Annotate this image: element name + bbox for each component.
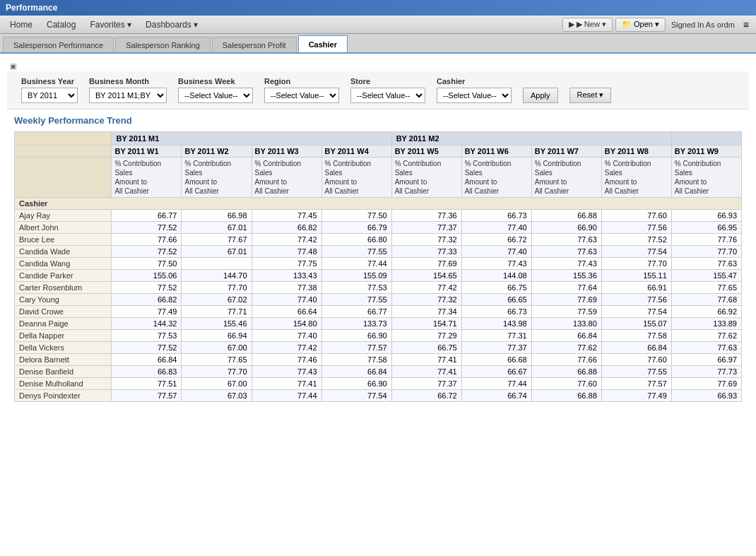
store-select[interactable]: --Select Value-- <box>350 88 425 103</box>
tab-cashier[interactable]: Cashier <box>298 35 348 52</box>
data-cell: 77.55 <box>601 366 671 378</box>
data-cell: 66.91 <box>601 282 671 294</box>
apply-button[interactable]: Apply <box>523 88 558 103</box>
collapse-icon[interactable]: ▣ <box>7 61 749 71</box>
data-cell: 77.33 <box>391 246 461 258</box>
table-row: Della Vickers77.5267.0077.4277.5766.7577… <box>15 342 742 354</box>
data-cell: 77.40 <box>252 330 321 342</box>
data-cell: 77.63 <box>671 258 741 270</box>
data-cell: 155.36 <box>531 270 601 282</box>
data-cell: 77.57 <box>321 342 391 354</box>
data-cell: 66.93 <box>671 210 741 222</box>
filter-region: Region --Select Value-- <box>264 77 339 103</box>
nav-catalog[interactable]: Catalog <box>40 18 83 32</box>
business-week-label: Business Week <box>178 77 253 85</box>
data-cell: 77.70 <box>182 366 252 378</box>
table-row: Denise Banfield66.8377.7077.4366.8477.41… <box>15 366 742 378</box>
tab-salesperson-profit[interactable]: Salesperson Profit <box>212 37 297 52</box>
data-cell: 66.82 <box>112 294 182 306</box>
tab-salesperson-performance[interactable]: Salesperson Performance <box>3 37 114 52</box>
table-row: Albert John77.5267.0166.8266.7977.3777.4… <box>15 222 742 234</box>
table-row: Candida Wang77.5077.7577.4477.6977.4377.… <box>15 258 742 270</box>
table-row: Della Napper77.5366.9477.4066.9077.2977.… <box>15 330 742 342</box>
data-cell: 66.75 <box>461 282 531 294</box>
metric-w4: % ContributionSalesAmount toAll Cashier <box>321 158 391 198</box>
business-month-select[interactable]: BY 2011 M1;BY <box>89 88 167 103</box>
nav-home[interactable]: Home <box>3 18 40 32</box>
data-cell: 77.70 <box>182 282 252 294</box>
data-cell: 77.69 <box>671 378 741 390</box>
cashier-select[interactable]: --Select Value-- <box>437 88 512 103</box>
data-cell: 66.73 <box>461 306 531 318</box>
data-cell: 77.63 <box>671 342 741 354</box>
row-name: Candida Wang <box>15 258 112 270</box>
data-cell: 77.41 <box>391 366 461 378</box>
top-nav: Home Catalog Favorites ▾ Dashboards ▾ ▶ … <box>0 16 756 34</box>
data-cell: 77.63 <box>531 246 601 258</box>
data-cell: 77.32 <box>391 294 461 306</box>
data-cell: 77.32 <box>391 234 461 246</box>
data-cell: 77.45 <box>252 210 321 222</box>
data-cell: 66.92 <box>671 306 741 318</box>
data-cell: 77.40 <box>461 222 531 234</box>
data-cell: 66.90 <box>321 378 391 390</box>
tab-salesperson-ranking[interactable]: Salesperson Ranking <box>115 37 211 52</box>
data-cell: 77.65 <box>182 354 252 366</box>
business-year-select[interactable]: BY 2011 <box>21 88 78 103</box>
table-row: David Crowe77.4977.7166.6466.7777.3466.7… <box>15 306 742 318</box>
app-title-bar: Performance <box>0 0 756 16</box>
app-title: Performance <box>6 3 57 13</box>
data-cell: 77.66 <box>531 354 601 366</box>
open-button[interactable]: 📁 Open ▾ <box>615 18 666 32</box>
row-name: Denise Mulholland <box>15 378 112 390</box>
data-cell: 77.76 <box>671 234 741 246</box>
table-row: Bruce Lee77.6677.6777.4266.8077.3266.727… <box>15 234 742 246</box>
row-name: Candida Wade <box>15 246 112 258</box>
data-cell: 133.89 <box>671 318 741 330</box>
data-cell: 66.97 <box>671 354 741 366</box>
data-cell: 155.06 <box>112 270 182 282</box>
reset-button[interactable]: Reset ▾ <box>569 88 612 103</box>
data-cell: 66.65 <box>461 294 531 306</box>
new-icon: ▶ <box>569 20 574 29</box>
nav-dashboards[interactable]: Dashboards ▾ <box>138 18 205 32</box>
metric-w2: % ContributionSalesAmount toAll Cashier <box>182 158 252 198</box>
data-cell <box>182 258 252 270</box>
data-cell: 77.56 <box>601 294 671 306</box>
cashier-group-label: Cashier <box>15 198 742 210</box>
week-header-w5: BY 2011 W5 <box>391 146 461 158</box>
data-cell: 66.98 <box>182 210 252 222</box>
region-select[interactable]: --Select Value-- <box>264 88 339 103</box>
data-cell: 77.69 <box>391 258 461 270</box>
business-week-select[interactable]: --Select Value-- <box>178 88 253 103</box>
data-cell: 155.46 <box>182 318 252 330</box>
nav-favorites[interactable]: Favorites ▾ <box>83 18 138 32</box>
data-cell: 77.52 <box>112 222 182 234</box>
data-cell: 77.29 <box>391 330 461 342</box>
new-button[interactable]: ▶ ▶ New ▾ <box>562 18 613 32</box>
data-cell: 133.43 <box>252 270 321 282</box>
data-cell: 77.49 <box>601 390 671 402</box>
table-row: Candide Parker155.06144.70133.43155.0915… <box>15 270 742 282</box>
row-name: Albert John <box>15 222 112 234</box>
data-cell: 77.57 <box>601 378 671 390</box>
data-cell: 77.43 <box>531 258 601 270</box>
menu-icon[interactable]: ≡ <box>739 19 753 30</box>
data-cell: 77.71 <box>182 306 252 318</box>
data-cell: 77.42 <box>252 234 321 246</box>
data-cell: 77.46 <box>252 354 321 366</box>
metric-w5: % ContributionSalesAmount toAll Cashier <box>391 158 461 198</box>
table-row: Ajay Ray66.7766.9877.4577.5077.3666.7366… <box>15 210 742 222</box>
group-header-extra <box>671 132 741 146</box>
data-cell: 66.80 <box>321 234 391 246</box>
data-cell: 67.00 <box>182 342 252 354</box>
data-cell: 77.54 <box>601 306 671 318</box>
row-name: Bruce Lee <box>15 234 112 246</box>
filter-store: Store --Select Value-- <box>350 77 425 103</box>
data-cell: 77.40 <box>461 246 531 258</box>
signed-in-label: Signed In As ordm <box>667 20 739 29</box>
metric-w3: % ContributionSalesAmount toAll Cashier <box>252 158 321 198</box>
filter-business-year: Business Year BY 2011 <box>21 77 78 103</box>
row-name: Carter Rosenblum <box>15 282 112 294</box>
data-cell: 77.43 <box>461 258 531 270</box>
